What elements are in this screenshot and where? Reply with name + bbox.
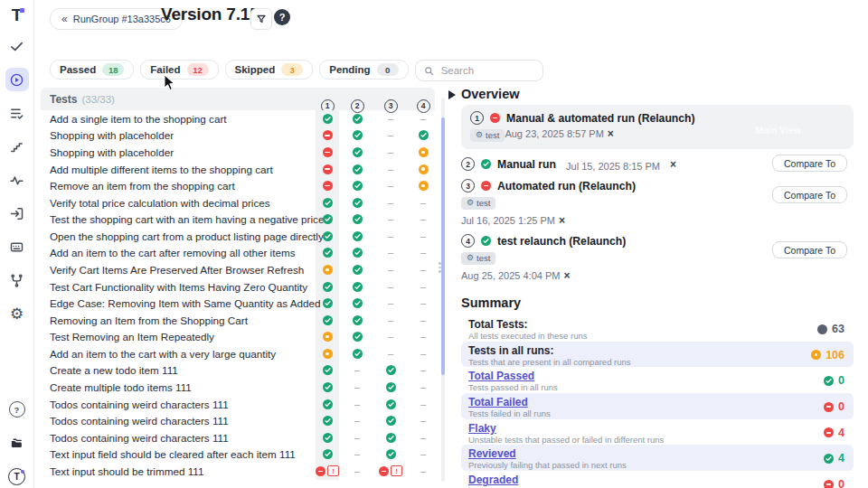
- test-row[interactable]: Open the shopping cart from a product li…: [41, 228, 435, 245]
- summary-row-label[interactable]: Total Failed: [468, 396, 528, 408]
- test-result-cell: –: [411, 248, 435, 258]
- compare-to-button[interactable]: Compare To: [772, 241, 847, 258]
- run-item-header: 1Manual & automated run (Relaunch): [470, 111, 844, 125]
- test-row[interactable]: Text input field should be cleared after…: [41, 446, 435, 464]
- test-result-cell: [316, 365, 339, 375]
- filter-funnel-button[interactable]: [250, 8, 272, 30]
- test-row[interactable]: Test the shopping cart with an item havi…: [41, 211, 435, 228]
- comparison-page: T ⚙ ? T « Ru: [0, 0, 868, 488]
- no-result-dash: –: [354, 399, 360, 409]
- summary-row-label[interactable]: Flaky: [468, 422, 496, 435]
- remove-run-icon[interactable]: ×: [670, 158, 676, 171]
- run-item[interactable]: 2Manual runJul 15, 2025 8:15 PM×Compare …: [461, 156, 854, 172]
- test-result-cell: [345, 349, 369, 359]
- test-row[interactable]: Test Cart Functionality with Items Havin…: [41, 278, 435, 296]
- no-result-dash: –: [420, 214, 426, 224]
- test-row[interactable]: Add an item to the cart with a very larg…: [41, 345, 435, 362]
- passed-status-icon: [353, 114, 363, 124]
- help-circle-icon[interactable]: ?: [5, 398, 29, 421]
- compare-to-button[interactable]: Compare To: [772, 155, 847, 172]
- test-row[interactable]: Test Removing an Item Repeatedly––: [41, 329, 435, 346]
- test-result-cell: [316, 181, 339, 191]
- panel-scrollbar-thumb[interactable]: [441, 117, 445, 375]
- comment-flag-icon[interactable]: !: [391, 465, 402, 476]
- tests-check-icon[interactable]: [5, 34, 29, 58]
- no-result-dash: –: [420, 114, 426, 124]
- test-result-cell: [316, 130, 339, 140]
- comment-flag-icon[interactable]: !: [327, 465, 339, 476]
- plans-list-check-icon[interactable]: [5, 101, 29, 125]
- import-box-icon[interactable]: [5, 202, 29, 225]
- help-button[interactable]: ?: [274, 9, 290, 25]
- summary-row: Total Tests:All tests executed in these …: [461, 315, 854, 342]
- branches-icon[interactable]: [5, 268, 29, 292]
- test-row[interactable]: Add multiple different items to the shop…: [41, 161, 435, 178]
- test-result-cell: [316, 349, 339, 359]
- filter-chip-skipped[interactable]: Skipped3: [225, 60, 314, 80]
- remove-run-icon[interactable]: ×: [563, 269, 570, 282]
- passed-status-icon: [386, 416, 396, 426]
- remove-run-icon[interactable]: ×: [608, 127, 614, 140]
- passed-status-icon: [323, 315, 333, 325]
- search-input[interactable]: [439, 64, 520, 77]
- test-row[interactable]: Create multiple todo items 111––: [41, 379, 435, 396]
- run-title[interactable]: Manual run: [497, 158, 556, 171]
- test-row[interactable]: Edge Case: Removing Item with Same Quant…: [41, 295, 435, 312]
- run-date: Aug 23, 2025 8:57 PM×: [505, 128, 613, 139]
- test-row[interactable]: Shopping with placeholder–: [41, 127, 435, 145]
- page-title: Version 7.15: [161, 5, 259, 24]
- filter-chip-count: 3: [281, 63, 303, 76]
- test-row[interactable]: Todos containing weird characters 111––: [41, 396, 435, 413]
- passed-status-icon: [323, 365, 333, 375]
- test-row[interactable]: Todos containing weird characters 111––: [41, 429, 435, 446]
- summary-row-label[interactable]: Revieved: [468, 447, 516, 460]
- settings-gear-icon[interactable]: ⚙: [5, 302, 29, 325]
- summary-row-label: Total Tests:: [468, 318, 528, 331]
- run-tag: ⚙test: [461, 252, 495, 265]
- test-result-cell: [345, 248, 369, 258]
- test-result-cell: [316, 433, 339, 443]
- run-tag-label: test: [486, 130, 499, 140]
- summary-row-label[interactable]: Degraded: [468, 474, 518, 486]
- filter-chip-failed[interactable]: Failed12: [140, 60, 218, 80]
- test-row[interactable]: Remove an item from the shopping cart–: [41, 177, 435, 194]
- run-item[interactable]: 1Manual & automated run (Relaunch)⚙testA…: [461, 105, 854, 149]
- filter-chip-pending[interactable]: Pending0: [319, 60, 408, 80]
- passed-status-icon: [353, 282, 363, 292]
- widgets-keyboard-icon[interactable]: [5, 235, 29, 258]
- runs-play-icon[interactable]: [5, 68, 29, 91]
- test-row[interactable]: Add a single item to the shopping cart––: [41, 110, 435, 127]
- test-result-cell: [316, 114, 339, 124]
- app-logo-icon[interactable]: T: [12, 6, 23, 24]
- remove-run-icon[interactable]: ×: [559, 214, 565, 227]
- test-row[interactable]: Shopping with placeholder–: [41, 144, 435, 161]
- run-item[interactable]: 4test relaunch (Relaunch)⚙testAug 25, 20…: [461, 234, 854, 282]
- test-row[interactable]: Verify Cart Items Are Preserved After Br…: [41, 261, 435, 278]
- filter-chip-passed[interactable]: Passed18: [50, 60, 134, 80]
- profile-circle-t-icon[interactable]: T: [5, 465, 29, 488]
- test-name: Todos containing weird characters 111: [50, 399, 229, 410]
- test-row[interactable]: Todos containing weird characters 111––: [41, 412, 435, 429]
- analytics-pulse-icon[interactable]: [5, 168, 29, 192]
- passed-status-icon: [323, 298, 333, 308]
- run-title[interactable]: test relaunch (Relaunch): [497, 235, 626, 248]
- compare-to-button[interactable]: Compare To: [772, 186, 847, 203]
- test-row[interactable]: Add an item to the cart after removing a…: [41, 245, 435, 262]
- run-title[interactable]: Manual & automated run (Relaunch): [506, 112, 695, 125]
- run-tag-label: test: [476, 253, 490, 263]
- summary-row-label[interactable]: Total Passed: [468, 370, 534, 382]
- test-row[interactable]: Removing an Item from the Shopping Cart–…: [41, 312, 435, 329]
- panel-resize-handle[interactable]: [439, 262, 441, 273]
- test-row[interactable]: Create a new todo item 111––: [41, 362, 435, 380]
- run-title[interactable]: Automated run (Relaunch): [497, 180, 636, 192]
- milestones-steps-icon[interactable]: [5, 135, 29, 158]
- test-row[interactable]: Verify total price calculation with deci…: [41, 194, 435, 211]
- test-result-cell: –: [379, 298, 402, 308]
- run-tag-label: test: [476, 198, 490, 208]
- projects-folders-icon[interactable]: [5, 431, 29, 455]
- collapse-panel-icon[interactable]: [448, 90, 456, 99]
- run-item[interactable]: 3Automated run (Relaunch)⚙testJul 16, 20…: [461, 179, 854, 227]
- test-name: Add a single item to the shopping cart: [50, 113, 227, 125]
- test-result-cell: –: [379, 332, 402, 342]
- test-row[interactable]: Text input should be trimmed 111!–!–: [41, 463, 435, 480]
